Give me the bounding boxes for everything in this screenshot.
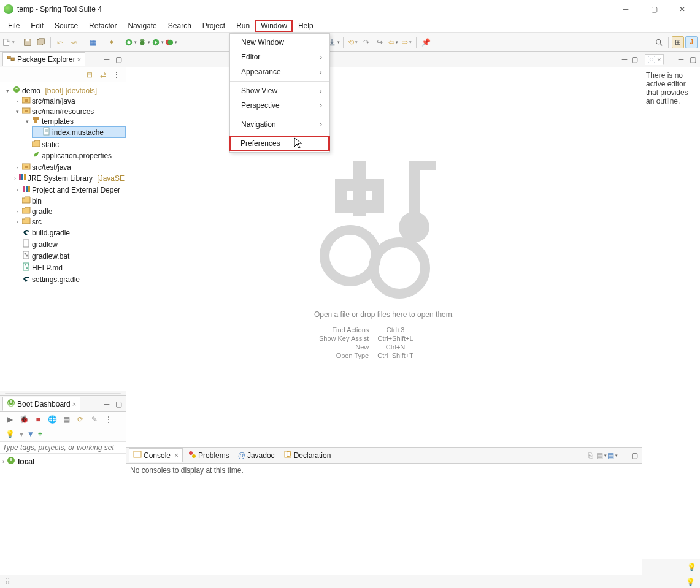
skip-button[interactable]: ↷ <box>360 36 372 48</box>
package-explorer-tree[interactable]: ▾ demo [boot] [devtools] ›src/main/java … <box>0 82 126 391</box>
open-console-dropdown[interactable]: ▤ <box>607 451 617 460</box>
boot-filter-input[interactable] <box>2 443 123 452</box>
link-editor-icon[interactable]: ⇄ <box>98 69 109 80</box>
menu-item-preferences[interactable]: Preferences <box>229 136 330 151</box>
minimize-editor-button[interactable]: ─ <box>620 55 629 64</box>
tree-proj-ext[interactable]: ›Project and External Deper <box>12 185 126 195</box>
menu-edit[interactable]: Edit <box>25 20 49 32</box>
tree-settings-gradle[interactable]: settings.gradle <box>12 274 126 284</box>
boot-run-dropdown[interactable] <box>125 36 137 48</box>
collapse-all-icon[interactable]: ⊟ <box>84 69 95 80</box>
pin-button[interactable]: 📌 <box>420 36 432 48</box>
problems-tab[interactable]: Problems <box>184 449 233 462</box>
boot-globe-icon[interactable]: 🌐 <box>46 413 58 426</box>
coverage-dropdown[interactable] <box>165 36 177 48</box>
resume-button[interactable]: ↪ <box>374 36 386 48</box>
minimize-view-button[interactable]: ─ <box>102 55 112 64</box>
link-button[interactable]: ✦ <box>106 36 118 48</box>
menu-run[interactable]: Run <box>231 20 255 32</box>
bulb-icon[interactable]: 💡 <box>687 563 696 571</box>
tip-bulb-icon[interactable]: 💡 <box>686 578 695 586</box>
minimize-bottom-button[interactable]: ─ <box>618 451 628 460</box>
tree-help-md[interactable]: MHELP.md <box>12 262 126 273</box>
boot-menu-icon[interactable]: ⋮ <box>102 413 115 426</box>
boot-dashboard-tab[interactable]: Boot Dashboard × <box>2 397 80 411</box>
bulb-icon[interactable]: 💡 <box>4 428 16 440</box>
step-dropdown[interactable]: ⟲ <box>347 36 359 48</box>
boot-console-icon[interactable]: ▤ <box>60 413 72 426</box>
tree-gradle[interactable]: ›gradle <box>12 207 126 216</box>
boot-start-icon[interactable]: ▶ <box>4 413 16 426</box>
maximize-button[interactable]: ▢ <box>640 0 668 18</box>
tree-src-test-java[interactable]: ›src/test/java <box>12 162 126 172</box>
tree-src-main-resources[interactable]: ▾src/main/resources <box>12 107 126 116</box>
toggle-button[interactable]: ▦ <box>87 36 99 48</box>
tree-bin[interactable]: bin <box>12 196 126 205</box>
menu-help[interactable]: Help <box>293 20 319 32</box>
menu-file[interactable]: File <box>2 20 25 32</box>
menu-item-appearance[interactable]: Appearance <box>230 64 329 79</box>
tree-templates[interactable]: ▾templates <box>22 116 126 126</box>
package-explorer-tab[interactable]: Package Explorer × <box>2 52 85 66</box>
run-dropdown[interactable] <box>152 36 164 48</box>
menu-item-show-view[interactable]: Show View <box>230 83 329 98</box>
minimize-view-button[interactable]: ─ <box>102 400 112 408</box>
sash-horizontal[interactable] <box>0 391 126 395</box>
back-dropdown[interactable]: ⇦ <box>387 36 399 48</box>
project-node[interactable]: ▾ demo [boot] [devtools] <box>2 85 126 96</box>
close-icon[interactable]: × <box>657 56 661 63</box>
maximize-editor-button[interactable]: ▢ <box>629 55 639 64</box>
tree-jre-lib[interactable]: ›JRE System Library [JavaSE <box>12 173 126 183</box>
menu-item-new-window[interactable]: New Window <box>230 35 329 50</box>
menu-refactor[interactable]: Refactor <box>83 20 122 32</box>
undo-button[interactable]: ⤺ <box>54 36 66 48</box>
boot-tree[interactable]: › local <box>0 454 126 575</box>
view-menu-icon[interactable]: ⋮ <box>111 69 122 80</box>
maximize-outline-button[interactable]: ▢ <box>688 55 698 64</box>
menu-item-editor[interactable]: Editor <box>230 50 329 64</box>
tree-app-props[interactable]: application.properties <box>22 150 126 161</box>
boot-edit-icon[interactable]: ✎ <box>88 413 101 426</box>
close-icon[interactable]: × <box>77 56 81 63</box>
menu-item-navigation[interactable]: Navigation <box>230 117 329 132</box>
maximize-view-button[interactable]: ▢ <box>113 55 123 64</box>
boot-refresh-icon[interactable]: ⟳ <box>74 413 87 426</box>
perspective-open-button[interactable]: ⊞ <box>672 36 684 48</box>
boot-local-node[interactable]: › local <box>2 456 123 467</box>
menu-source[interactable]: Source <box>49 20 83 32</box>
close-button[interactable]: ✕ <box>668 0 696 18</box>
tree-src-main-java[interactable]: ›src/main/java <box>12 96 126 105</box>
add-icon[interactable]: + <box>38 430 42 438</box>
forward-dropdown[interactable]: ⇨ <box>401 36 413 48</box>
java-perspective-button[interactable]: J <box>685 36 698 48</box>
menu-project[interactable]: Project <box>197 20 231 32</box>
minimize-button[interactable]: ─ <box>612 0 640 18</box>
pin-console-icon[interactable]: ⎘ <box>585 451 595 460</box>
tree-gradlew-bat[interactable]: gradlew.bat <box>12 251 126 261</box>
boot-debug-icon[interactable]: 🐞 <box>18 413 30 426</box>
search-icon[interactable] <box>653 36 665 48</box>
close-icon[interactable]: × <box>72 400 76 408</box>
save-all-button[interactable] <box>35 36 47 48</box>
close-icon[interactable]: × <box>174 451 179 460</box>
outline-tab[interactable]: O × <box>645 54 664 65</box>
save-button[interactable] <box>21 36 34 48</box>
menu-window[interactable]: Window <box>255 20 293 32</box>
filter-icon[interactable]: ▼ <box>27 430 34 438</box>
redo-button[interactable]: ⤻ <box>67 36 80 48</box>
menu-item-perspective[interactable]: Perspective <box>230 98 329 113</box>
debug-dropdown[interactable] <box>138 36 150 48</box>
display-console-dropdown[interactable]: ▤ <box>596 451 606 460</box>
tree-static[interactable]: static <box>22 140 126 149</box>
console-tab[interactable]: Console× <box>129 448 183 462</box>
maximize-bottom-button[interactable]: ▢ <box>629 451 639 460</box>
tree-index-mustache[interactable]: index.mustache <box>32 126 126 138</box>
tree-src[interactable]: ›src <box>12 217 126 226</box>
boot-stop-icon[interactable]: ■ <box>32 413 44 426</box>
javadoc-tab[interactable]: @Javadoc <box>234 450 279 461</box>
menu-search[interactable]: Search <box>163 20 197 32</box>
menu-navigate[interactable]: Navigate <box>122 20 162 32</box>
maximize-view-button[interactable]: ▢ <box>113 400 123 408</box>
minimize-outline-button[interactable]: ─ <box>676 55 686 64</box>
tree-gradlew[interactable]: gradlew <box>12 239 126 250</box>
